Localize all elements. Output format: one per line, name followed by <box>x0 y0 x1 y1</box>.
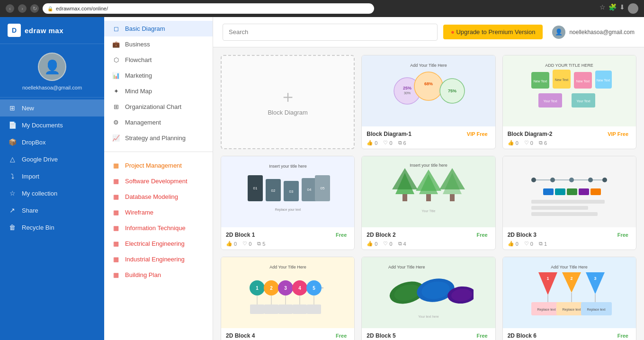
marketing-icon: 📊 <box>112 72 120 79</box>
url-bar[interactable]: 🔒 edrawmax.com/online/ <box>43 3 374 14</box>
svg-marker-92 <box>562 272 581 293</box>
category-flowchart[interactable]: ⬡ Flowchart <box>104 52 213 68</box>
card-name-1: Block Diagram-1 <box>367 131 411 137</box>
share-icon: ↗ <box>8 206 17 214</box>
category-software-dev-label: Software Development <box>125 178 188 185</box>
category-electrical[interactable]: ▦ Electrical Engineering <box>104 236 213 251</box>
template-card-2d-block-5[interactable]: Add Your Title Here Your text here 2D Bl… <box>361 257 495 340</box>
sidebar-item-share[interactable]: ↗ Share <box>0 202 104 219</box>
svg-text:75%: 75% <box>448 89 456 93</box>
svg-point-49 <box>602 178 607 182</box>
svg-text:New Text: New Text <box>555 78 569 81</box>
sidebar-item-new[interactable]: ⊞ New <box>0 99 104 116</box>
category-strategy-label: Strategy and Planning <box>125 134 186 142</box>
category-building-plan[interactable]: ▦ Building Plan <box>104 267 213 283</box>
category-software-dev[interactable]: ▦ Software Development <box>104 173 213 189</box>
category-marketing[interactable]: 📊 Marketing <box>104 68 213 83</box>
heart-icon-3: ♡ <box>242 241 247 247</box>
template-card-2d-block-4[interactable]: Add Your Title Here 1 2 3 4 5 <box>221 257 355 340</box>
top-header: Upgrade to Premium Version 👤 noellekhaso… <box>213 17 644 47</box>
dropbox-icon: 📦 <box>8 138 17 146</box>
card-name-8: 2D Block 6 <box>508 332 537 339</box>
new-card-label: Block Diagram <box>268 109 308 116</box>
secondary-categories: ▦ Project Management ▦ Software Developm… <box>104 154 213 286</box>
template-card-2d-block-6[interactable]: Add Your Title Here 1 2 3 <box>502 257 636 340</box>
svg-text:Add Your Title Here: Add Your Title Here <box>551 265 588 269</box>
sidebar-item-my-collection[interactable]: ☆ My collection <box>0 185 104 202</box>
primary-categories: ◻ Basic Diagram 💼 Business ⬡ Flowchart 📊… <box>104 17 213 150</box>
download-icon[interactable]: ⬇ <box>619 3 625 14</box>
browser-user-avatar[interactable] <box>628 3 638 14</box>
back-button[interactable]: ‹ <box>6 4 14 13</box>
sidebar-item-dropbox[interactable]: 📦 DropBox <box>0 134 104 151</box>
category-info-tech[interactable]: ▦ Information Technique <box>104 220 213 236</box>
category-industrial[interactable]: ▦ Industrial Engineering <box>104 251 213 267</box>
search-input[interactable] <box>223 24 438 41</box>
template-card-2d-block-2[interactable]: Insert your title here Your Title <box>361 156 495 250</box>
software-dev-icon: ▦ <box>112 178 120 185</box>
preview-2d-block-4: Add Your Title Here 1 2 3 4 5 <box>221 257 354 328</box>
category-project-management[interactable]: ▦ Project Management <box>104 158 213 173</box>
sidebar-item-google-drive-label: Google Drive <box>22 156 58 163</box>
sidebar-item-import[interactable]: ⤵ Import <box>0 168 104 185</box>
sidebar-item-documents-label: My Documents <box>22 122 63 129</box>
card-footer-4: 2D Block 2 Free 👍 0 ♡ 0 ⧉ <box>362 227 495 250</box>
category-building-plan-label: Building Plan <box>125 271 161 278</box>
database-icon: ▦ <box>112 193 120 200</box>
plus-icon: ＋ <box>279 88 296 105</box>
category-business[interactable]: 💼 Business <box>104 36 213 52</box>
card-badge-7: Free <box>474 332 490 340</box>
category-mind-map[interactable]: ✦ Mind Map <box>104 83 213 99</box>
preview-2d-block-1: Insert your title here 01 02 03 04 05 Re… <box>221 156 354 227</box>
browser-chrome: ‹ › ↻ 🔒 edrawmax.com/online/ ☆ 🧩 ⬇ <box>0 0 644 17</box>
preview-svg-4: Insert your title here Your Title <box>384 161 474 223</box>
category-project-mgmt-label: Project Management <box>125 162 182 169</box>
new-template-card[interactable]: ＋ Block Diagram <box>221 55 355 149</box>
card-name-2: Block Diagram-2 <box>508 131 553 137</box>
header-user-email: noellekhasoa@gmail.com <box>569 29 635 36</box>
category-management[interactable]: ⚙ Management <box>104 115 213 130</box>
thumbs-up-icon-2: 👍 <box>508 140 514 146</box>
user-avatar-small: 👤 <box>552 26 565 39</box>
preview-2d-block-6: Add Your Title Here 1 2 3 <box>503 257 636 328</box>
heart-icon-5: ♡ <box>524 241 529 247</box>
preview-svg-2: ADD YOUR TITLE HERE New Text New Text Ne… <box>524 60 614 122</box>
svg-point-46 <box>550 178 555 182</box>
template-card-block-diagram-1[interactable]: Add Your Title Here 25% 30% 68% 75% Bloc… <box>361 55 495 149</box>
sidebar-item-recycle-bin[interactable]: 🗑 Recycle Bin <box>0 219 104 236</box>
category-panel: ◻ Basic Diagram 💼 Business ⬡ Flowchart 📊… <box>104 17 213 340</box>
svg-text:New Text: New Text <box>576 80 590 83</box>
category-org-chart[interactable]: ⊞ Organizational Chart <box>104 99 213 115</box>
upgrade-button[interactable]: Upgrade to Premium Version <box>443 25 543 39</box>
category-wireframe[interactable]: ▦ Wireframe <box>104 205 213 220</box>
template-card-2d-block-3[interactable]: 2D Block 3 Free 👍 0 ♡ 0 ⧉ <box>502 156 636 250</box>
template-card-2d-block-1[interactable]: Insert your title here 01 02 03 04 05 Re… <box>221 156 355 250</box>
svg-text:Add Your Title Here: Add Your Title Here <box>410 63 447 68</box>
flowchart-icon: ⬡ <box>112 56 120 63</box>
category-database[interactable]: ▦ Database Modeling <box>104 189 213 205</box>
extension-icon[interactable]: 🧩 <box>608 3 617 14</box>
stat-copies-2: ⧉ 6 <box>539 140 547 146</box>
card-footer-1: Block Diagram-1 VIP Free 👍 0 ♡ 0 <box>362 126 495 149</box>
category-basic-diagram[interactable]: ◻ Basic Diagram <box>104 21 213 36</box>
sidebar-item-recycle-bin-label: Recycle Bin <box>22 224 54 231</box>
forward-button[interactable]: › <box>18 4 27 13</box>
svg-marker-95 <box>586 272 605 294</box>
preview-svg-5 <box>524 161 614 223</box>
sidebar-item-my-documents[interactable]: 📄 My Documents <box>0 116 104 134</box>
template-card-block-diagram-2[interactable]: ADD YOUR TITLE HERE New Text New Text Ne… <box>502 55 636 149</box>
svg-rect-57 <box>531 212 598 216</box>
sidebar-item-dropbox-label: DropBox <box>22 139 46 146</box>
svg-text:1: 1 <box>256 286 259 291</box>
category-strategy[interactable]: 📈 Strategy and Planning <box>104 130 213 146</box>
refresh-button[interactable]: ↻ <box>30 4 39 13</box>
star-icon[interactable]: ☆ <box>599 3 606 14</box>
svg-text:Add Your Title Here: Add Your Title Here <box>269 265 306 269</box>
svg-marker-42 <box>439 168 465 189</box>
svg-text:Replace text: Replace text <box>587 308 606 312</box>
svg-text:1: 1 <box>547 276 549 281</box>
category-industrial-label: Industrial Engineering <box>125 256 185 263</box>
sidebar-item-google-drive[interactable]: △ Google Drive <box>0 151 104 168</box>
stat-copies-1: ⧉ 6 <box>398 140 406 146</box>
card-name-4: 2D Block 2 <box>367 232 395 238</box>
